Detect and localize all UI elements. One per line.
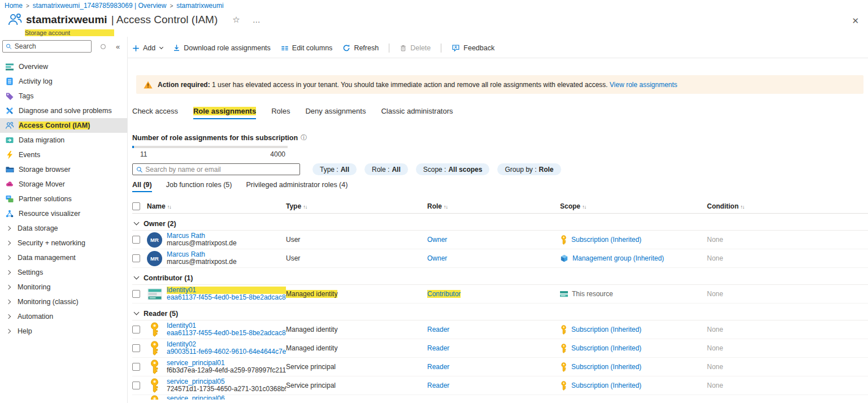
delete-button[interactable]: Delete — [400, 44, 431, 52]
condition-cell: None — [707, 363, 868, 371]
filter-pill-type[interactable]: Type :All — [313, 163, 357, 175]
group-name: Contributor (1) — [144, 274, 193, 282]
table-row[interactable]: MR Marcus Rathmarcus@matrixpost.de User … — [132, 249, 868, 268]
col-label: Name — [147, 202, 166, 210]
refresh-button[interactable]: Refresh — [342, 44, 379, 52]
sidebar-group-settings[interactable]: Settings — [0, 265, 127, 280]
sidebar-pin-icon[interactable] — [101, 44, 106, 49]
tab-deny-assignments[interactable]: Deny assignments — [305, 107, 366, 119]
subtab-job-function-roles[interactable]: Job function roles (5) — [166, 181, 232, 192]
edit-columns-button[interactable]: Edit columns — [281, 44, 333, 52]
role-link[interactable]: Contributor — [427, 290, 461, 298]
assignments-search-field[interactable] — [145, 166, 296, 174]
access-control-icon — [5, 121, 14, 130]
feedback-button[interactable]: Feedback — [452, 44, 494, 52]
sidebar-item-overview[interactable]: Overview — [0, 59, 127, 74]
breadcrumb-overview-link[interactable]: stamatrixweumi_1748785983069 | Overview — [33, 2, 167, 10]
role-link[interactable]: Owner — [427, 254, 447, 262]
scope-link[interactable]: Subscription (Inherited) — [571, 326, 641, 333]
scope-link[interactable]: Management group (Inherited) — [572, 254, 664, 262]
sidebar-item-data-migration[interactable]: Data migration — [0, 133, 127, 148]
sidebar-item-activity-log[interactable]: Activity log — [0, 74, 127, 89]
tab-roles[interactable]: Roles — [271, 107, 290, 119]
sidebar-search-input[interactable] — [2, 40, 92, 53]
col-role[interactable]: Role↑↓ — [427, 202, 560, 210]
principal-subtitle-link[interactable]: eaa61137-f455-4ed0-be15-8be2adcac8d3 — [167, 330, 286, 337]
tab-classic-administrators[interactable]: Classic administrators — [381, 107, 453, 119]
scope-link[interactable]: Subscription (Inherited) — [571, 236, 641, 244]
role-link[interactable]: Reader — [427, 344, 449, 352]
role-cell: Owner — [427, 236, 560, 244]
role-link[interactable]: Reader — [427, 363, 449, 371]
sidebar-group-data-storage[interactable]: Data storage — [0, 221, 127, 236]
tab-check-access[interactable]: Check access — [132, 107, 178, 119]
row-checkbox[interactable] — [132, 236, 140, 244]
sidebar-item-resource-visualizer[interactable]: Resource visualizer — [0, 206, 127, 221]
sidebar-group-data-management[interactable]: Data management — [0, 250, 127, 265]
sidebar-group-help[interactable]: Help — [0, 324, 127, 339]
filter-pill-group-by[interactable]: Group by :Role — [497, 163, 561, 175]
sidebar-item-tags[interactable]: Tags — [0, 89, 127, 103]
sidebar-nav: Overview Activity log Tags Diagnose and … — [0, 59, 127, 339]
table-row[interactable]: service_principal06 — [132, 395, 868, 400]
sidebar-search-field[interactable] — [15, 42, 88, 50]
view-role-assignments-link[interactable]: View role assignments — [610, 81, 678, 89]
group-header-reader[interactable]: Reader (5) — [132, 307, 868, 320]
count-label-text: Number of role assignments for this subs… — [132, 134, 298, 142]
sidebar-item-diagnose[interactable]: Diagnose and solve problems — [0, 103, 127, 118]
subtab-privileged-admin-roles[interactable]: Privileged administrator roles (4) — [246, 181, 348, 192]
principal-subtitle-link[interactable]: a9003511-fe69-4602-9610-64e4644c7e33 — [167, 348, 286, 356]
table-row[interactable]: MR Marcus Rathmarcus@matrixpost.de User … — [132, 231, 868, 249]
scope-link[interactable]: Subscription (Inherited) — [571, 344, 641, 352]
subtab-all[interactable]: All (9) — [132, 181, 152, 192]
role-link[interactable]: Reader — [427, 326, 449, 333]
col-scope[interactable]: Scope↑↓ — [560, 202, 707, 210]
row-checkbox[interactable] — [132, 254, 140, 262]
filter-pill-scope[interactable]: Scope :All scopes — [416, 163, 490, 175]
download-role-assignments-button[interactable]: Download role assignments — [173, 44, 271, 52]
breadcrumb-current-link[interactable]: stamatrixweumi — [176, 2, 223, 10]
table-row[interactable]: service_principal01f6b3d7ea-12a9-4efd-a2… — [132, 358, 868, 376]
group-header-owner[interactable]: Owner (2) — [132, 217, 868, 231]
add-button[interactable]: Add — [132, 44, 163, 52]
role-link[interactable]: Owner — [427, 236, 447, 244]
row-checkbox[interactable] — [132, 326, 140, 333]
sidebar-item-storage-browser[interactable]: Storage browser — [0, 162, 127, 177]
sidebar-item-access-control[interactable]: Access Control (IAM) — [0, 118, 127, 133]
info-icon[interactable]: ⓘ — [301, 133, 307, 142]
tab-role-assignments[interactable]: Role assignments — [193, 107, 256, 119]
sidebar-group-automation[interactable]: Automation — [0, 309, 127, 324]
more-options-icon[interactable]: … — [253, 15, 261, 24]
sidebar-group-monitoring-classic[interactable]: Monitoring (classic) — [0, 294, 127, 309]
sidebar-item-partner-solutions[interactable]: Partner solutions — [0, 192, 127, 206]
sidebar-group-monitoring[interactable]: Monitoring — [0, 280, 127, 294]
row-checkbox[interactable] — [132, 290, 140, 298]
breadcrumb-home-link[interactable]: Home — [5, 2, 23, 10]
role-category-tabs: All (9) Job function roles (5) Privilege… — [132, 181, 868, 192]
sidebar-collapse-icon[interactable]: « — [116, 42, 120, 51]
select-all-checkbox[interactable] — [132, 202, 140, 210]
role-link[interactable]: Reader — [427, 382, 449, 389]
favorite-star-icon[interactable]: ☆ — [232, 15, 240, 25]
assignments-search-input[interactable] — [132, 163, 300, 175]
table-row[interactable]: Identity01eaa61137-f455-4ed0-be15-8be2ad… — [132, 285, 868, 304]
row-checkbox[interactable] — [132, 344, 140, 352]
table-row[interactable]: service_principal05724571d1-1735-4650-a2… — [132, 376, 868, 395]
scope-link[interactable]: Subscription (Inherited) — [571, 363, 641, 371]
sidebar-group-security-networking[interactable]: Security + networking — [0, 236, 127, 250]
col-condition[interactable]: Condition↑↓ — [707, 202, 868, 210]
scope-link[interactable]: Subscription (Inherited) — [571, 382, 641, 389]
principal-name-link[interactable]: service_principal06 — [167, 395, 225, 400]
table-row[interactable]: Identity01eaa61137-f455-4ed0-be15-8be2ad… — [132, 320, 868, 339]
sidebar-item-events[interactable]: Events — [0, 148, 127, 162]
col-type[interactable]: Type↑↓ — [286, 202, 427, 210]
table-row[interactable]: Identity02a9003511-fe69-4602-9610-64e464… — [132, 339, 868, 358]
page-title: stamatrixweumi — [26, 14, 107, 26]
col-name[interactable]: Name↑↓ — [147, 202, 286, 210]
group-header-contributor[interactable]: Contributor (1) — [132, 271, 868, 285]
sidebar-item-storage-mover[interactable]: Storage Mover — [0, 177, 127, 192]
principal-subtitle-link[interactable]: eaa61137-f455-4ed0-be15-8be2adcac8d3 — [167, 294, 286, 301]
filter-pill-role[interactable]: Role :All — [364, 163, 408, 175]
row-checkbox[interactable] — [132, 382, 140, 389]
row-checkbox[interactable] — [132, 363, 140, 371]
